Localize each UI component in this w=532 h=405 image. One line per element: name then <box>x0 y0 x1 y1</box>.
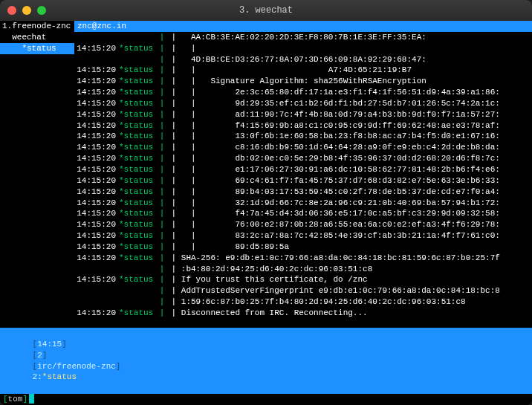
nick: *status <box>119 164 158 175</box>
nick: *status <box>119 153 158 164</box>
chat-log[interactable]: | | AA:CB:3E:AE:02:20:2D:3E:F8:80:7B:1E:… <box>74 32 532 328</box>
timestamp: 14:15:20 <box>74 242 119 253</box>
nick <box>119 285 158 297</box>
separator-icon: | <box>158 187 166 198</box>
separator-icon: | <box>158 297 166 308</box>
nick: *status <box>119 120 158 132</box>
input-bar[interactable]: [tom] <box>0 394 532 405</box>
message: | 4D:BB:CE:D3:26:77:8A:07:3D:66:09:8A:92… <box>166 54 532 65</box>
separator-icon: | <box>158 153 166 164</box>
minimize-icon[interactable] <box>22 6 31 15</box>
nick <box>119 264 158 275</box>
nick: *status <box>119 87 158 98</box>
separator-icon: | <box>158 87 166 98</box>
timestamp: 14:15:20 <box>74 253 119 264</box>
buffer-name: *status <box>22 44 56 53</box>
separator-icon: | <box>158 198 166 209</box>
timestamp: 14:15:20 <box>74 43 119 54</box>
log-line: 14:15:20*status| | SHA-256: e9:db:e1:0c:… <box>74 253 532 264</box>
log-line: 14:15:20*status| | Disconnected from IRC… <box>74 308 532 319</box>
timestamp: 14:15:20 <box>74 175 119 187</box>
log-line: 14:15:20*status| | | f4:15:69:9b:a8:c1:c… <box>74 120 532 132</box>
status-buf-name: *status <box>42 372 77 381</box>
timestamp: 14:15:20 <box>74 76 119 87</box>
timestamp: 14:15:20 <box>74 87 119 98</box>
log-line: | | :b4:80:2d:94:25:d6:40:2c:dc:96:03:51… <box>74 264 532 275</box>
log-line: 14:15:20*status| | | db:02:0e:c0:5e:29:b… <box>74 153 532 164</box>
message: | | <box>166 43 532 54</box>
status-network: irc/freenode-znc <box>37 362 116 371</box>
message: | | 69:c4:61:f7:fa:45:75:37:d7:68:d3:82:… <box>166 175 532 187</box>
separator-icon: | <box>158 253 166 264</box>
message: | | 9d:29:35:ef:c1:b2:6d:f1:bd:27:5d:b7:… <box>166 98 532 109</box>
buffer-list-item[interactable]: weechat <box>0 32 74 43</box>
timestamp: 14:15:20 <box>74 98 119 109</box>
separator-icon: | <box>158 164 166 175</box>
nick: *status <box>119 198 158 209</box>
timestamp: 14:15:20 <box>74 109 119 120</box>
separator-icon: | <box>158 264 166 275</box>
message: | | f4:7a:45:d4:3d:06:36:e5:17:0c:a5:bf:… <box>166 208 532 219</box>
log-line: 14:15:20*status| | | 69:c4:61:f7:fa:45:7… <box>74 175 532 187</box>
message: | :b4:80:2d:94:25:d6:40:2c:dc:96:03:51:c… <box>166 264 532 275</box>
separator-icon: | <box>158 230 166 242</box>
nick: *status <box>119 43 158 54</box>
message: | | 2e:3c:65:80:df:17:1a:e3:f1:f4:1f:56:… <box>166 87 532 98</box>
cursor-icon <box>29 394 34 404</box>
zoom-icon[interactable] <box>37 6 46 15</box>
log-line: 14:15:20*status| | If you trust this cer… <box>74 274 532 285</box>
timestamp: 14:15:20 <box>74 142 119 153</box>
message: | | A7:4D:65:21:19:B7 <box>166 65 532 76</box>
log-line: 14:15:20*status| | | 89:d5:89:5a <box>74 242 532 253</box>
status-bar: [14:15] [2] [irc/freenode-znc] 2:*status <box>0 328 532 394</box>
message: | If you trust this certificate, do /znc <box>166 274 532 285</box>
log-line: | | 1:59:6c:87:b0:25:7f:b4:80:2d:94:25:d… <box>74 297 532 308</box>
titlebar[interactable]: 3. weechat <box>0 0 532 21</box>
log-line: 14:15:20*status| | | 32:1d:9d:66:7c:8e:2… <box>74 198 532 209</box>
message: | | c8:16:db:b9:50:1d:64:64:28:a9:0f:e9:… <box>166 142 532 153</box>
separator-icon: | <box>158 208 166 219</box>
log-line: 14:15:20*status| | | ad:11:90:7c:4f:4b:8… <box>74 109 532 120</box>
log-line: | | AddTrustedServerFingerprint e9:db:e1… <box>74 285 532 297</box>
buffer-list-item[interactable]: *status <box>0 43 74 54</box>
separator-icon: | <box>158 65 166 76</box>
timestamp <box>74 297 119 308</box>
buffer-list-item[interactable]: 1.freenode-znc <box>0 21 74 32</box>
terminal-window: 3. weechat 1.freenode-znc weechat *statu… <box>0 0 532 405</box>
message: | | 76:00:e2:87:0b:28:a6:55:ea:6a:c0:e2:… <box>166 219 532 230</box>
buffer-name: weechat <box>12 33 46 42</box>
log-line: 14:15:20*status| | | f4:7a:45:d4:3d:06:3… <box>74 208 532 219</box>
log-line: 14:15:20*status| | | A7:4D:65:21:19:B7 <box>74 65 532 76</box>
message: | | 89:b4:03:17:53:59:45:c0:2f:78:de:b5:… <box>166 187 532 198</box>
separator-icon: | <box>158 219 166 230</box>
message: | | 13:0f:6b:1e:60:58:ba:23:f8:b8:ac:a7:… <box>166 131 532 142</box>
status-time: 14:15 <box>37 340 62 349</box>
message: | | ad:11:90:7c:4f:4b:8a:0d:79:a4:b3:bb:… <box>166 109 532 120</box>
separator-icon: | <box>158 76 166 87</box>
timestamp: 14:15:20 <box>74 219 119 230</box>
log-line: 14:15:20*status| | | 89:b4:03:17:53:59:4… <box>74 187 532 198</box>
log-line: 14:15:20*status| | | c8:16:db:b9:50:1d:6… <box>74 142 532 153</box>
separator-icon: | <box>158 43 166 54</box>
nick: *status <box>119 76 158 87</box>
buffer-content: znc@znc.in | | AA:CB:3E:AE:02:20:2D:3E:F… <box>74 21 532 328</box>
nick <box>119 54 158 65</box>
message: | | 83:2c:a7:8a:7c:42:85:4e:39:cf:ab:3b:… <box>166 230 532 242</box>
timestamp <box>74 32 119 43</box>
timestamp: 14:15:20 <box>74 308 119 319</box>
separator-icon: | <box>158 32 166 43</box>
log-line: 14:15:20*status| | | <box>74 43 532 54</box>
message: | SHA-256: e9:db:e1:0c:79:66:a8:da:0c:84… <box>166 253 532 264</box>
message: | 1:59:6c:87:b0:25:7f:b4:80:2d:94:25:d6:… <box>166 297 532 308</box>
nick: *status <box>119 274 158 285</box>
channel-title: znc@znc.in <box>74 21 532 32</box>
nick: *status <box>119 230 158 242</box>
timestamp: 14:15:20 <box>74 65 119 76</box>
buffer-list[interactable]: 1.freenode-znc weechat *status <box>0 21 74 328</box>
separator-icon: | <box>158 98 166 109</box>
log-line: | | 4D:BB:CE:D3:26:77:8A:07:3D:66:09:8A:… <box>74 54 532 65</box>
log-line: 14:15:20*status| | | Signature Algorithm… <box>74 76 532 87</box>
log-line: 14:15:20*status| | | 76:00:e2:87:0b:28:a… <box>74 219 532 230</box>
close-icon[interactable] <box>7 6 16 15</box>
traffic-lights <box>7 6 46 15</box>
